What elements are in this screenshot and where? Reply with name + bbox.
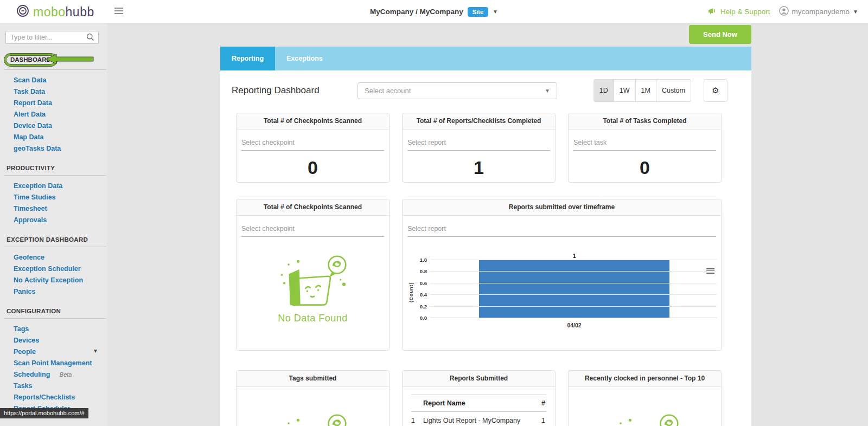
report-count: 1 [541,417,545,424]
sidebar-item-scan-point-management[interactable]: Scan Point Management [14,357,107,369]
card-title: Reports Submitted [403,371,555,387]
chart-y-axis: 1.00.80.60.40.20.0 [414,260,430,318]
account-select[interactable]: Select account ▼ [358,82,557,99]
column-header-count: # [541,399,545,407]
card-title: Tags submitted [237,371,389,387]
sidebar: DASHBOARD Scan Data Task Data Report Dat… [0,23,107,426]
sidebar-item-people[interactable]: People ▼ [14,346,107,357]
chart-bar[interactable]: 1 [479,260,670,318]
sidebar-item-map-data[interactable]: Map Data [14,131,107,143]
annotation-arrow [46,54,94,67]
sidebar-item-geofence[interactable]: Geofence [14,251,107,263]
settings-gear-button[interactable]: ⚙ [704,79,727,102]
divider [4,69,106,70]
card-checkpoints-scanned: Total # of Checkpoints Scanned 0 [236,113,390,183]
card-reports-completed: Total # of Reports/Checklists Completed … [402,113,556,183]
sidebar-section-productivity: PRODUCTIVITY [7,165,107,171]
chart-bar-label: 1 [573,253,576,259]
tasks-completed-value: 0 [569,157,721,178]
sidebar-item-exception-data[interactable]: Exception Data [14,180,107,191]
sidebar-item-scan-data[interactable]: Scan Data [14,74,107,86]
help-support-link[interactable]: Help & Support [708,7,770,17]
checkpoint-select-input[interactable] [241,139,384,151]
column-header-report-name: Report Name [423,399,465,407]
no-data-illustration [272,408,354,426]
sidebar-item-task-data[interactable]: Task Data [14,86,107,97]
divider [4,318,106,319]
row-index: 1 [411,417,423,424]
reports-submitted-table: Report Name # 1 Lights Out Report - MyCo… [411,395,546,426]
divider [4,175,106,176]
card-title: Total # of Checkpoints Scanned [237,113,389,130]
sidebar-section-exception-dashboard: EXCEPTION DASHBOARD [7,236,107,243]
sidebar-item-people-label: People [14,348,36,356]
card-reports-submitted: Reports Submitted Report Name # 1 Lights… [402,370,556,426]
account-name: mycompanydemo [792,8,850,16]
beta-badge: Beta [60,371,72,378]
tab-bar: Reporting Exceptions [220,47,751,70]
sidebar-item-panics[interactable]: Panics [14,286,107,297]
chart-y-axis-title: (Count) [409,281,414,302]
table-row[interactable]: 1 Lights Out Report - MyCompany 1 [411,412,546,426]
reports-completed-value: 1 [403,157,555,178]
card-title: Recently clocked in personnel - Top 10 [569,371,721,387]
sidebar-item-tags[interactable]: Tags [14,323,107,334]
user-icon [779,6,789,17]
range-button-1w[interactable]: 1W [614,79,636,102]
sidebar-section-configuration: CONFIGURATION [7,308,107,314]
chart-plot: 1 [430,260,717,318]
card-title: Total # of Tasks Completed [569,113,721,130]
card-checkpoints-scanned-chart: Total # of Checkpoints Scanned No Data F… [236,199,390,351]
sidebar-item-time-studies[interactable]: Time Studies [14,191,107,203]
sidebar-item-devices[interactable]: Devices [14,334,107,346]
megaphone-icon [708,7,717,17]
chevron-down-icon: ▼ [853,9,858,15]
account-menu[interactable]: mycompanydemo ▼ [779,6,858,17]
sidebar-item-alert-data[interactable]: Alert Data [14,108,107,120]
sidebar-item-timesheet[interactable]: Timesheet [14,203,107,214]
sidebar-filter-input[interactable] [5,31,99,44]
sidebar-item-exception-scheduler[interactable]: Exception Scheduler [14,263,107,274]
range-button-1d[interactable]: 1D [593,79,614,102]
top-header: mobohubb MyCompany / MyCompany Site ▼ He… [0,0,868,23]
chevron-down-icon: ▼ [545,83,550,99]
tab-reporting[interactable]: Reporting [220,47,275,70]
report-select-input[interactable] [407,139,550,151]
chart-x-tick: 04/02 [567,322,581,328]
range-button-custom[interactable]: Custom [656,79,691,102]
task-select-input[interactable] [573,139,716,151]
main-content: Send Now Reporting Exceptions Reporting … [107,23,868,426]
report-name: Lights Out Report - MyCompany [423,417,520,424]
search-icon [86,33,94,43]
card-recently-clocked-in: Recently clocked in personnel - Top 10 [568,370,722,426]
chevron-down-icon: ▼ [493,9,498,15]
status-bar-url: https://portal.mobohubb.com/# [0,408,88,418]
sidebar-item-geotasks-data[interactable]: geoTasks Data [14,143,107,154]
sidebar-item-report-data[interactable]: Report Data [14,97,107,108]
checkpoints-scanned-value: 0 [237,157,389,178]
chart-x-axis: 04/02 [430,318,717,330]
site-badge: Site [468,7,488,17]
report-select-input[interactable] [407,225,716,237]
card-tags-submitted: Tags submitted [236,370,390,426]
sidebar-item-no-activity-exception[interactable]: No Activity Exception [14,274,107,286]
sidebar-section-dashboard: DASHBOARD [10,56,51,63]
sidebar-item-tasks[interactable]: Tasks [14,380,107,391]
card-title: Total # of Checkpoints Scanned [237,199,389,216]
sidebar-item-approvals[interactable]: Approvals [14,214,107,225]
sidebar-item-device-data[interactable]: Device Data [14,120,107,131]
no-data-illustration [272,249,354,308]
sidebar-item-reports-checklists[interactable]: Reports/Checklists [14,391,107,403]
no-data-illustration [604,408,686,426]
send-now-button[interactable]: Send Now [689,25,751,44]
card-reports-over-timeframe: Reports submitted over timeframe (Count)… [402,199,722,351]
tab-exceptions[interactable]: Exceptions [275,47,334,70]
company-breadcrumb: MyCompany / MyCompany [370,8,463,16]
reporting-panel: Reporting Dashboard Select account ▼ 1D … [220,70,751,426]
checkpoint-select-input[interactable] [241,225,384,237]
range-button-1m[interactable]: 1M [636,79,656,102]
card-tasks-completed: Total # of Tasks Completed 0 [568,113,722,183]
card-title: Total # of Reports/Checklists Completed [403,113,555,130]
sidebar-item-scheduling[interactable]: Scheduling Beta [14,369,107,380]
account-select-placeholder: Select account [365,87,411,95]
